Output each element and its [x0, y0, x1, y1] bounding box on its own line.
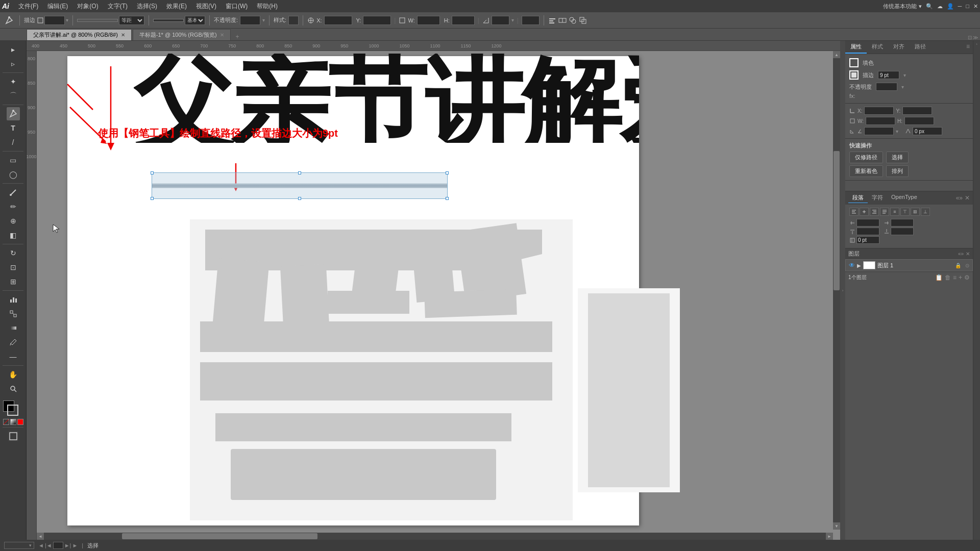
none-swatch[interactable]: [3, 419, 9, 425]
panel-collapse-handle[interactable]: ›: [840, 41, 845, 540]
panel-expand[interactable]: ≫: [973, 35, 978, 40]
menu-edit[interactable]: 编辑(E): [43, 2, 72, 11]
stroke-pt-input[interactable]: [878, 71, 899, 79]
paragraph-tab[interactable]: 段落: [848, 193, 868, 203]
scroll-hthumb[interactable]: [122, 533, 317, 539]
tool-selection[interactable]: ▸: [7, 43, 20, 56]
align-bottom[interactable]: ⊥: [921, 208, 930, 216]
menu-type[interactable]: 文字(T): [104, 2, 132, 11]
tool-chart[interactable]: [7, 293, 20, 306]
arrange-icon[interactable]: ⊡: [968, 35, 972, 40]
pathfinder-icon[interactable]: [569, 16, 577, 24]
tab-info[interactable]: 路径: [910, 41, 931, 54]
scroll-left-btn[interactable]: ◄: [37, 533, 44, 540]
w-input[interactable]: 95 px: [417, 16, 440, 25]
page-first-btn[interactable]: |◄: [45, 542, 52, 548]
layer-triangle-icon[interactable]: ▶: [857, 263, 861, 268]
handle-bl[interactable]: [151, 197, 154, 200]
tool-zoom[interactable]: [7, 382, 20, 395]
y-input[interactable]: 944.375: [363, 16, 391, 25]
angle-input[interactable]: 0°: [492, 16, 509, 25]
tool-magic-wand[interactable]: ✦: [7, 75, 20, 88]
tool-pen[interactable]: [7, 107, 20, 120]
align-middle[interactable]: ⊞: [911, 208, 920, 216]
tool-scale[interactable]: ⊡: [7, 261, 20, 274]
layers-expand-btn[interactable]: «»: [958, 251, 964, 257]
path-only-btn[interactable]: 仅修路径: [849, 152, 883, 163]
panel-menu-btn[interactable]: ≡: [963, 41, 973, 54]
layer-eye-icon[interactable]: 👁: [849, 262, 855, 269]
window-maximize[interactable]: □: [966, 3, 969, 9]
opacity-section-input[interactable]: 100%: [876, 83, 897, 91]
scroll-thumb[interactable]: [834, 151, 840, 290]
tab-properties[interactable]: 属性: [845, 41, 867, 54]
align-center[interactable]: [860, 208, 869, 216]
canvas-area[interactable]: 4004505005506006507007508008509009501000…: [27, 41, 840, 540]
tab-opacity[interactable]: 对齐: [888, 41, 910, 54]
tool-blend[interactable]: [7, 307, 20, 320]
fill-indicator[interactable]: [849, 58, 859, 67]
recolor-btn[interactable]: 重新着色: [849, 165, 883, 177]
search-icon[interactable]: 🔍: [926, 3, 933, 10]
new-layer-btn[interactable]: +: [959, 274, 962, 281]
align-right[interactable]: [870, 208, 879, 216]
tool-direct-select[interactable]: ▹: [7, 57, 20, 70]
scrollbar-horizontal[interactable]: ◄ ►: [37, 533, 833, 540]
align-justify[interactable]: [880, 208, 889, 216]
opacity-input[interactable]: 100%: [240, 16, 260, 25]
indent-left-input[interactable]: 0 pt: [856, 219, 879, 227]
tool-gradient[interactable]: [7, 321, 20, 335]
tool-hand[interactable]: ✋: [7, 368, 20, 381]
panel-close-btn[interactable]: ✕: [965, 194, 970, 202]
expand-panel-btn[interactable]: «»: [956, 194, 963, 202]
stroke-type-select[interactable]: 等距: [119, 16, 144, 25]
red-swatch[interactable]: [17, 419, 23, 425]
scrollbar-vertical[interactable]: ▲ ▼: [833, 51, 840, 530]
zoom-control[interactable]: 800% ▾: [4, 542, 34, 549]
tool-pencil[interactable]: ✏: [7, 200, 20, 213]
layer-row[interactable]: 👁 ▶ 图层 1 🔒 ⊙: [845, 259, 973, 271]
tab-secondary-close[interactable]: ✕: [220, 32, 224, 38]
indent-right-input[interactable]: 0 pt: [891, 219, 914, 227]
align-justify-all[interactable]: ≡: [890, 208, 899, 216]
stroke-color-swatch[interactable]: [7, 405, 18, 416]
tool-warp[interactable]: ⊞: [7, 275, 20, 288]
gradient-swatch[interactable]: [10, 419, 16, 425]
tool-ellipse[interactable]: ◯: [7, 168, 20, 181]
handle-br[interactable]: [446, 197, 449, 200]
angle-dropdown[interactable]: ▾: [896, 129, 898, 134]
arrange-btn[interactable]: 排列: [886, 165, 909, 177]
zoom-input[interactable]: 800%: [7, 542, 27, 548]
handle-bc[interactable]: [298, 197, 301, 200]
y-coord-input[interactable]: 944.375: [902, 107, 932, 115]
tool-measure[interactable]: —: [7, 350, 20, 363]
page-last-btn[interactable]: ►|: [64, 542, 71, 548]
page-input[interactable]: 2: [53, 542, 63, 549]
layer-menu-btn[interactable]: ≡: [953, 274, 957, 281]
tool-line[interactable]: /: [7, 136, 20, 149]
tool-rotate[interactable]: ↻: [7, 246, 20, 260]
menu-window[interactable]: 窗口(W): [222, 2, 252, 11]
select-btn[interactable]: 选择: [886, 152, 909, 163]
shear-coord-input[interactable]: [913, 127, 942, 135]
handle-tr[interactable]: [446, 171, 449, 174]
far-right-collapse[interactable]: ›: [976, 42, 977, 46]
h-coord-input[interactable]: 0 px: [904, 117, 934, 125]
window-close[interactable]: ✕: [973, 3, 978, 10]
new-tab-btn[interactable]: +: [232, 33, 243, 40]
tool-brush[interactable]: [7, 186, 20, 199]
tab-main-close[interactable]: ✕: [121, 32, 125, 38]
menu-effect[interactable]: 效果(E): [162, 2, 191, 11]
character-tab[interactable]: 字符: [868, 193, 887, 203]
menu-select[interactable]: 选择(S): [133, 2, 161, 11]
handle-tl[interactable]: [151, 171, 154, 174]
zoom-dropdown[interactable]: ▾: [29, 543, 32, 548]
align-top[interactable]: ⊤: [900, 208, 910, 216]
h-input[interactable]: 0 px: [452, 16, 475, 25]
handle-tc[interactable]: [298, 171, 301, 174]
tab-style[interactable]: 样式: [867, 41, 888, 54]
x-input[interactable]: 469.928: [324, 16, 352, 25]
shear-input[interactable]: 0 px: [522, 16, 540, 25]
space-after-input[interactable]: 0 pt: [891, 228, 914, 235]
tool-rect[interactable]: ▭: [7, 154, 20, 167]
